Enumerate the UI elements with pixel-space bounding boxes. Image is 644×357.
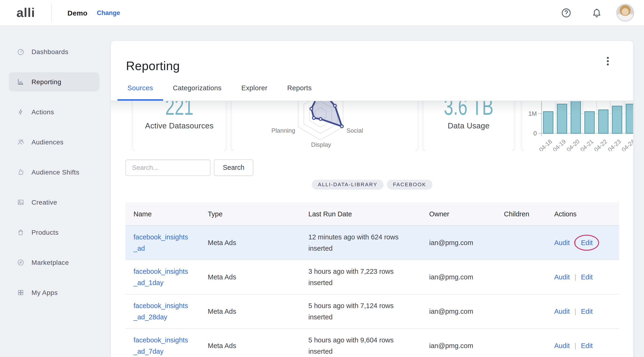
topbar-actions bbox=[561, 4, 634, 22]
gauge-icon bbox=[17, 48, 24, 56]
cell-actions: Audit|Edit bbox=[546, 225, 619, 260]
cell-owner: ian@pmg.com bbox=[421, 328, 496, 357]
sidebar-item-label: Dashboards bbox=[32, 48, 68, 56]
sidebar-item-label: Audience Shifts bbox=[32, 168, 80, 176]
tab-explorer[interactable]: Explorer bbox=[232, 83, 277, 100]
col-header-name: Name bbox=[126, 202, 200, 225]
search-input[interactable] bbox=[126, 159, 210, 176]
sidebar-item-reporting[interactable]: Reporting bbox=[9, 73, 99, 91]
main-area: Reporting SourcesCategorizationsExplorer… bbox=[111, 26, 633, 357]
table-header-row: Name Type Last Run Date Owner Children A… bbox=[126, 202, 619, 225]
data-usage-value: 3.6 TB bbox=[436, 100, 501, 118]
edit-link[interactable]: Edit bbox=[581, 239, 593, 246]
alli-logo: alli bbox=[16, 6, 35, 20]
chip-alli-data-library[interactable]: ALLI-DATA-LIBRARY bbox=[312, 179, 383, 189]
sidebar-item-label: My Apps bbox=[32, 289, 58, 296]
search-toolbar: Search bbox=[126, 159, 619, 176]
sidebar-item-label: Audiences bbox=[32, 138, 64, 146]
svg-text:Social: Social bbox=[346, 127, 363, 134]
datasource-name-link[interactable]: facebook_insights _ad_1day bbox=[134, 267, 188, 286]
tab-reports[interactable]: Reports bbox=[277, 83, 322, 100]
sidebar: DashboardsReportingActionsAudiencesAudie… bbox=[0, 26, 111, 357]
sidebar-item-actions[interactable]: Actions bbox=[9, 103, 99, 121]
datasources-table: Name Type Last Run Date Owner Children A… bbox=[126, 202, 619, 357]
data-usage-label: Data Usage bbox=[424, 121, 514, 130]
help-icon[interactable] bbox=[561, 7, 572, 18]
client-name: Demo bbox=[68, 9, 88, 17]
audit-link[interactable]: Audit bbox=[554, 273, 570, 280]
datasource-name-link[interactable]: facebook_insights _ad bbox=[134, 233, 188, 252]
cell-type: Meta Ads bbox=[200, 225, 300, 260]
kebab-menu-icon[interactable] bbox=[603, 55, 612, 67]
sidebar-item-audience-shifts[interactable]: Audience Shifts bbox=[9, 163, 99, 182]
active-datasources-value: 221 bbox=[146, 100, 213, 118]
col-header-type: Type bbox=[200, 202, 300, 225]
page-title: Reporting bbox=[126, 60, 618, 72]
tab-categorizations[interactable]: Categorizations bbox=[163, 83, 232, 100]
topbar-divider bbox=[51, 3, 52, 22]
change-client-link[interactable]: Change bbox=[97, 9, 120, 16]
col-header-children: Children bbox=[496, 202, 546, 225]
svg-text:0: 0 bbox=[534, 130, 537, 137]
cell-children bbox=[496, 294, 546, 328]
cell-last-run: 5 hours ago with 7,124 rows inserted bbox=[300, 294, 421, 328]
tab-sources[interactable]: Sources bbox=[118, 83, 163, 100]
edit-link[interactable]: Edit bbox=[581, 273, 593, 280]
cell-actions: Audit|Edit bbox=[546, 328, 619, 357]
topbar: alli Demo Change bbox=[0, 0, 644, 26]
actions-separator: | bbox=[570, 307, 581, 315]
radar-chart: PlanningSocialDisplay bbox=[232, 100, 418, 151]
sidebar-item-marketplace[interactable]: Marketplace bbox=[9, 253, 99, 272]
body-row: DashboardsReportingActionsAudiencesAudie… bbox=[0, 26, 644, 357]
notifications-bell-icon[interactable] bbox=[591, 7, 602, 18]
actions-separator: | bbox=[570, 239, 581, 246]
sidebar-item-creative[interactable]: Creative bbox=[9, 193, 99, 212]
active-datasources-card: 221 Active Datasources bbox=[133, 100, 226, 151]
sidebar-item-label: Actions bbox=[32, 108, 54, 116]
svg-text:04-19: 04-19 bbox=[552, 138, 567, 151]
cell-type: Meta Ads bbox=[200, 328, 300, 357]
data-usage-card: 3.6 TB Data Usage bbox=[424, 100, 514, 151]
sidebar-item-my-apps[interactable]: My Apps bbox=[9, 283, 99, 302]
cell-type: Meta Ads bbox=[200, 260, 300, 294]
search-button[interactable]: Search bbox=[214, 159, 253, 176]
cell-name: facebook_insights _ad bbox=[126, 225, 200, 260]
cell-last-run: 5 hours ago with 9,604 rows inserted bbox=[300, 328, 421, 357]
cell-name: facebook_insights _ad_7day bbox=[126, 328, 200, 357]
col-header-owner: Owner bbox=[421, 202, 496, 225]
table-row: facebook_insights _adMeta Ads12 minutes … bbox=[126, 225, 619, 260]
grid-icon bbox=[17, 289, 24, 296]
data-volume-card: 1M004-1804-1904-2004-2104-2204-2304-24 bbox=[522, 100, 633, 151]
svg-text:Display: Display bbox=[311, 141, 331, 148]
sidebar-item-dashboards[interactable]: Dashboards bbox=[9, 42, 99, 61]
channel-radar-card: PlanningSocialDisplay bbox=[232, 100, 418, 151]
datasource-name-link[interactable]: facebook_insights _ad_28day bbox=[134, 302, 188, 320]
col-header-last-run-date: Last Run Date bbox=[300, 202, 421, 225]
image-icon bbox=[17, 198, 24, 206]
table-row: facebook_insights _ad_1dayMeta Ads3 hour… bbox=[126, 260, 619, 294]
cell-owner: ian@pmg.com bbox=[421, 294, 496, 328]
edit-link[interactable]: Edit bbox=[581, 342, 593, 349]
lightning-icon bbox=[17, 108, 24, 116]
datasources-table-wrap: Name Type Last Run Date Owner Children A… bbox=[126, 202, 619, 357]
audit-link[interactable]: Audit bbox=[554, 307, 570, 315]
shopping-bag-icon bbox=[17, 229, 24, 236]
cell-last-run: 3 hours ago with 7,223 rows inserted bbox=[300, 260, 421, 294]
chip-facebook[interactable]: FACEBOOK bbox=[387, 179, 432, 189]
audit-link[interactable]: Audit bbox=[554, 239, 570, 246]
cell-owner: ian@pmg.com bbox=[421, 225, 496, 260]
audit-link[interactable]: Audit bbox=[554, 342, 570, 349]
sidebar-item-label: Creative bbox=[32, 198, 57, 206]
actions-separator: | bbox=[570, 273, 581, 280]
tabs: SourcesCategorizationsExplorerReports bbox=[118, 83, 618, 100]
svg-text:04-21: 04-21 bbox=[579, 138, 594, 151]
sidebar-item-products[interactable]: Products bbox=[9, 223, 99, 242]
datasource-name-link[interactable]: facebook_insights _ad_7day bbox=[134, 336, 188, 355]
edit-link[interactable]: Edit bbox=[581, 307, 593, 315]
bar-chart-icon bbox=[17, 78, 24, 86]
sidebar-item-audiences[interactable]: Audiences bbox=[9, 133, 99, 151]
compass-icon bbox=[17, 259, 24, 266]
sidebar-item-label: Reporting bbox=[32, 78, 61, 86]
user-avatar[interactable] bbox=[616, 4, 634, 22]
filter-chips: ALLI-DATA-LIBRARY FACEBOOK bbox=[111, 179, 633, 189]
